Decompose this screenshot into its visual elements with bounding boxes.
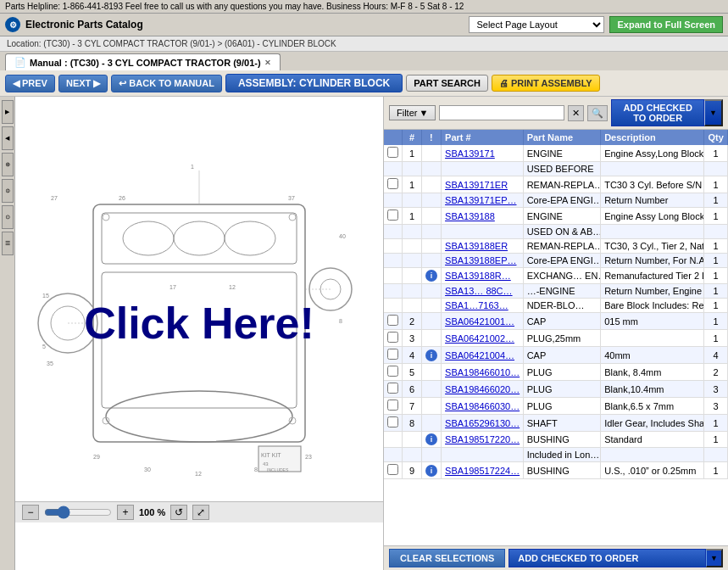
svg-text:27: 27 (51, 195, 58, 201)
part-link[interactable]: SBA198517224… (445, 466, 520, 476)
zoom-fit-button[interactable]: ⤢ (192, 505, 209, 520)
row-checkbox[interactable] (387, 349, 398, 360)
row-qty: 1 (704, 239, 728, 254)
add-checked-bottom-label: ADD CHECKED TO ORDER (518, 553, 638, 563)
info-icon[interactable]: i (425, 349, 437, 361)
row-checkbox[interactable] (387, 464, 398, 475)
row-checkbox[interactable] (387, 383, 398, 394)
nav-icon-5[interactable]: ⊙ (2, 205, 14, 229)
zoom-in-button[interactable]: + (117, 505, 134, 520)
filter-clear-button[interactable]: ✕ (568, 105, 584, 121)
prev-button[interactable]: ◀ PREV (5, 75, 55, 92)
svg-text:26: 26 (119, 195, 125, 201)
part-link[interactable]: SBA139171ER (445, 180, 508, 190)
svg-text:8: 8 (254, 467, 258, 472)
row-checkbox[interactable] (387, 147, 398, 158)
part-link[interactable]: SBA139188EP… (445, 255, 516, 265)
row-description: TC30, 3 Cyl., Tier 2, Nat.… (601, 239, 704, 254)
filter-bar: Filter ▼ ✕ 🔍 ADD CHECKED TO ORDER ▼ (384, 97, 728, 130)
manual-tab[interactable]: 📄 Manual : (TC30) - 3 CYL COMPACT TRACTO… (5, 53, 281, 70)
filter-search-button[interactable]: 🔍 (587, 105, 608, 121)
part-link[interactable]: SBA139171 (445, 148, 495, 159)
part-link[interactable]: SBA198517220… (445, 434, 520, 444)
part-link[interactable]: SBA198466030… (445, 401, 520, 411)
part-link[interactable]: SBA165296130… (445, 418, 520, 428)
print-assembly-button[interactable]: 🖨 PRINT ASSEMBLY (492, 75, 600, 92)
parts-tbody: 1SBA139171ENGINEEngine Assy,Long Block…1… (384, 145, 728, 479)
part-link[interactable]: SBA139188R… (445, 271, 511, 281)
row-checkbox[interactable] (387, 332, 398, 343)
zoom-reset-button[interactable]: ↺ (170, 505, 187, 520)
info-icon[interactable]: i (425, 270, 437, 282)
nav-icon-4[interactable]: ⊖ (2, 179, 14, 203)
add-checked-to-order-top-button[interactable]: ADD CHECKED TO ORDER (611, 99, 704, 126)
part-link[interactable]: SBA06421001… (445, 316, 514, 327)
row-checkbox[interactable] (387, 400, 398, 411)
print-assembly-label: PRINT ASSEMBLY (511, 78, 592, 88)
zoom-out-button[interactable]: − (22, 505, 39, 520)
row-number: 1 (403, 208, 421, 225)
clear-selections-button[interactable]: CLEAR SELECTIONS (389, 549, 505, 567)
row-checkbox[interactable] (387, 210, 398, 221)
row-info (421, 415, 441, 432)
row-checkbox[interactable] (387, 315, 398, 326)
row-part-number (442, 448, 524, 462)
tab-bar: 📄 Manual : (TC30) - 3 CYL COMPACT TRACTO… (0, 52, 728, 70)
parts-table-container[interactable]: # ! Part # Part Name Description Qty 1SB… (384, 130, 728, 545)
part-link[interactable]: SBA198466010… (445, 367, 520, 377)
part-link[interactable]: SBA198466020… (445, 384, 520, 394)
page-layout-select[interactable]: Select Page Layout (469, 16, 604, 33)
row-part-name: PLUG (523, 398, 601, 415)
part-link[interactable]: SBA06421004… (445, 350, 514, 360)
table-row: 4iSBA06421004…CAP40mm4 (384, 347, 728, 364)
back-to-manual-button[interactable]: ↩ BACK TO MANUAL (111, 75, 222, 92)
table-row: 3SBA06421002…PLUG,25mm1 (384, 330, 728, 347)
row-checkbox[interactable] (387, 178, 398, 189)
row-number: 6 (403, 381, 421, 398)
header-right: Select Page Layout Expand to Full Screen (469, 16, 723, 33)
print-icon: 🖨 (499, 78, 508, 88)
part-search-button[interactable]: PART SEARCH (406, 75, 488, 92)
row-number: 1 (403, 145, 421, 162)
svg-point-4 (225, 221, 275, 255)
part-link[interactable]: SBA139171EP… (445, 195, 516, 205)
row-part-number: SBA139171 (442, 145, 524, 162)
add-checked-dropdown-bottom-button[interactable]: ▼ (706, 549, 723, 567)
next-button[interactable]: NEXT ▶ (58, 75, 108, 92)
nav-icon-1[interactable]: ▶ (2, 100, 14, 124)
expand-full-screen-button[interactable]: Expand to Full Screen (609, 16, 723, 33)
filter-button[interactable]: Filter ▼ (389, 105, 436, 120)
app-layout: Parts Helpline: 1-866-441-8193 Feel free… (0, 0, 728, 570)
row-number: 2 (403, 313, 421, 330)
row-part-number: SBA139188ER (442, 239, 524, 254)
row-part-name: SHAFT (523, 415, 601, 432)
add-checked-to-order-bottom-button[interactable]: ADD CHECKED TO ORDER (508, 549, 706, 567)
part-link[interactable]: SBA06421002… (445, 333, 514, 344)
zoom-slider[interactable] (44, 506, 112, 519)
info-icon[interactable]: i (425, 465, 437, 477)
part-link[interactable]: SBA139188ER (445, 241, 508, 251)
row-qty: 4 (704, 347, 728, 364)
nav-icon-2[interactable]: ◀ (2, 126, 14, 150)
svg-rect-0 (93, 204, 305, 442)
diagram-image[interactable]: 27 26 37 40 15 5 35 8 29 30 12 8 23 17 1… (21, 145, 377, 501)
row-checkbox[interactable] (387, 366, 398, 377)
filter-input[interactable] (439, 105, 564, 120)
tab-close-icon[interactable]: ✕ (264, 59, 271, 67)
table-row: 1SBA139171ERREMAN-REPLA…TC30 3 Cyl. Befo… (384, 176, 728, 193)
back-icon: ↩ (119, 78, 126, 89)
table-row: SBA139171EP…Core-EPA ENGI…Return Number1 (384, 193, 728, 208)
nav-icon-3[interactable]: ⊕ (2, 153, 14, 176)
svg-text:40: 40 (339, 233, 346, 239)
row-checkbox[interactable] (387, 416, 398, 428)
table-row: SBA1…7163…NDER-BLO…Bare Block Includes: … (384, 299, 728, 313)
part-link[interactable]: SBA1…7163… (445, 300, 508, 310)
part-link[interactable]: SBA139188 (445, 211, 495, 221)
part-link[interactable]: SBA13… 88C… (445, 286, 512, 296)
row-part-name: CAP (523, 313, 601, 330)
add-checked-dropdown-top-button[interactable]: ▼ (704, 99, 723, 126)
info-icon[interactable]: i (425, 433, 437, 445)
assembly-button[interactable]: ASSEMBLY: CYLINDER BLOCK (225, 74, 403, 92)
nav-icon-6[interactable]: ☰ (2, 232, 14, 255)
row-info (421, 225, 441, 239)
